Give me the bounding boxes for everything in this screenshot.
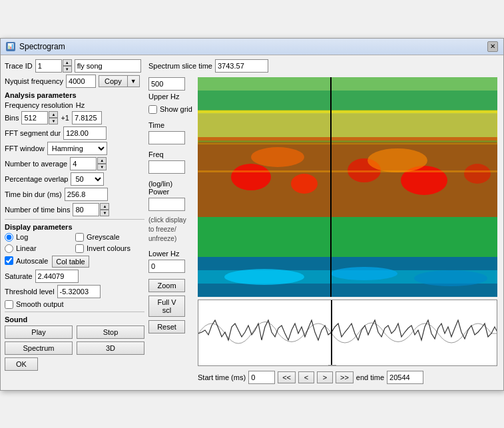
- svg-rect-2: [198, 77, 497, 91]
- display-section-label: Display parameters: [5, 223, 144, 231]
- num-time-input[interactable]: [73, 203, 99, 216]
- right-layout: Upper Hz Show grid Time Freq (log/lin) P…: [148, 77, 499, 386]
- pct-overlap-select[interactable]: 50 25 75: [71, 172, 104, 186]
- bins-spinner-btns: ▲ ▼: [49, 111, 58, 124]
- bins-input[interactable]: [21, 111, 48, 124]
- num-time-row: Number of time bins ▲ ▼: [5, 203, 144, 216]
- linear-radio[interactable]: [5, 244, 13, 253]
- num-avg-input[interactable]: [70, 157, 97, 170]
- spectrum-button[interactable]: Spectrum: [5, 341, 73, 355]
- log-label: Log: [16, 233, 28, 241]
- smooth-row: Smooth output: [5, 300, 144, 309]
- ok-button[interactable]: OK: [5, 357, 38, 371]
- titlebar-left: 📊 Spectrogram: [6, 42, 65, 51]
- saturate-input[interactable]: [35, 270, 79, 283]
- nav-ll-button[interactable]: <<: [278, 371, 296, 383]
- nyquist-label: Nyquist frequency: [5, 77, 63, 85]
- click-label-1: (click display: [148, 216, 186, 224]
- freq-input[interactable]: [148, 160, 185, 174]
- nyquist-input[interactable]: [66, 75, 96, 88]
- time-bin-input[interactable]: [65, 188, 108, 201]
- svg-point-20: [331, 267, 397, 280]
- linear-radio-row: Linear: [5, 244, 74, 253]
- spectrum-slice-input[interactable]: [215, 59, 268, 73]
- click-label-3: unfreeze): [148, 235, 176, 242]
- freq-label: Freq: [148, 150, 195, 158]
- linear-label: Linear: [16, 244, 37, 252]
- greyscale-row: Greyscale: [75, 233, 144, 242]
- lower-hz-input[interactable]: [148, 260, 185, 273]
- close-button[interactable]: ✕: [487, 41, 498, 52]
- num-avg-down[interactable]: ▼: [97, 164, 107, 170]
- time-input[interactable]: [148, 131, 185, 144]
- bins-down[interactable]: ▼: [49, 118, 58, 124]
- copy-button[interactable]: Copy: [99, 75, 128, 87]
- svg-point-13: [251, 147, 304, 167]
- time-bin-label: Time bin dur (ms): [5, 190, 62, 198]
- autoscale-row: Autoscale: [5, 256, 48, 265]
- autoscale-label: Autoscale: [16, 257, 48, 265]
- waveform-display[interactable]: [198, 300, 497, 366]
- nav-r-button[interactable]: >: [317, 371, 333, 383]
- trace-id-label: Trace ID: [5, 62, 33, 70]
- num-time-spinner-btns: ▲ ▼: [100, 203, 109, 216]
- trace-id-input[interactable]: [35, 59, 62, 73]
- smooth-checkbox[interactable]: [5, 300, 13, 309]
- fft-seg-input[interactable]: [63, 126, 107, 140]
- bins-up[interactable]: ▲: [49, 111, 58, 118]
- invert-checkbox[interactable]: [75, 244, 84, 253]
- fft-window-select[interactable]: Hamming Hanning Blackman Rectangular: [47, 142, 107, 155]
- threshold-row: Threshold level: [5, 285, 144, 298]
- log-radio[interactable]: [5, 233, 13, 242]
- hz-value-input[interactable]: [72, 111, 102, 124]
- autoscale-checkbox[interactable]: [5, 256, 13, 265]
- greyscale-label: Greyscale: [87, 233, 120, 241]
- trace-name-input[interactable]: [75, 59, 141, 73]
- start-time-label: Start time (ms): [198, 373, 246, 381]
- play-button[interactable]: Play: [5, 325, 73, 339]
- end-time-input[interactable]: [387, 371, 423, 384]
- full-v-scl-button[interactable]: Full V scl: [148, 296, 185, 317]
- saturate-row: Saturate: [5, 270, 144, 283]
- upper-hz-input[interactable]: [148, 77, 185, 91]
- bins-row: Bins ▲ ▼ +1: [5, 111, 144, 124]
- time-label: Time: [148, 121, 195, 129]
- click-label-2: to freeze/: [148, 226, 176, 233]
- main-window: 📊 Spectrogram ✕ Trace ID ▲ ▼: [0, 38, 504, 391]
- show-grid-checkbox[interactable]: [148, 105, 157, 114]
- stop-button[interactable]: Stop: [77, 325, 144, 339]
- app-icon: 📊: [6, 42, 15, 51]
- trace-id-down[interactable]: ▼: [63, 66, 72, 73]
- start-time-input[interactable]: [248, 371, 275, 384]
- num-avg-up[interactable]: ▲: [97, 157, 107, 164]
- nav-rr-button[interactable]: >>: [336, 371, 354, 383]
- greyscale-checkbox[interactable]: [75, 233, 84, 242]
- spectrogram-svg: [198, 77, 497, 297]
- titlebar: 📊 Spectrogram ✕: [1, 39, 503, 55]
- invert-label: Invert colours: [87, 244, 130, 252]
- svg-point-14: [368, 148, 427, 172]
- zoom-button[interactable]: Zoom: [148, 279, 185, 292]
- nav-l-button[interactable]: <: [298, 371, 314, 383]
- power-input[interactable]: [148, 198, 185, 211]
- trace-id-row: Trace ID ▲ ▼: [5, 59, 144, 73]
- threshold-input[interactable]: [57, 285, 101, 298]
- svg-rect-17: [198, 140, 497, 142]
- col-table-button[interactable]: Col table: [52, 256, 89, 268]
- spectrogram-display[interactable]: [198, 77, 497, 297]
- pct-overlap-label: Percentage overlap: [5, 175, 68, 183]
- nyquist-row: Nyquist frequency Copy ▼: [5, 75, 144, 88]
- reset-button[interactable]: Reset: [148, 320, 185, 333]
- copy-dropdown[interactable]: ▼: [128, 75, 140, 87]
- fft-window-row: FFT window Hamming Hanning Blackman Rect…: [5, 142, 144, 155]
- saturate-label: Saturate: [5, 272, 33, 280]
- num-time-up[interactable]: ▲: [100, 203, 109, 210]
- freq-res-label: Frequency resolution: [5, 101, 73, 109]
- bottom-nav: Start time (ms) << < > >> end time: [198, 369, 497, 386]
- num-time-down[interactable]: ▼: [100, 210, 109, 216]
- trace-id-spinner-btns: ▲ ▼: [63, 59, 72, 73]
- trace-id-up[interactable]: ▲: [63, 59, 72, 66]
- three-d-button[interactable]: 3D: [77, 341, 144, 355]
- svg-rect-25: [328, 365, 336, 366]
- spectrum-slice-row: Spectrum slice time: [148, 59, 499, 73]
